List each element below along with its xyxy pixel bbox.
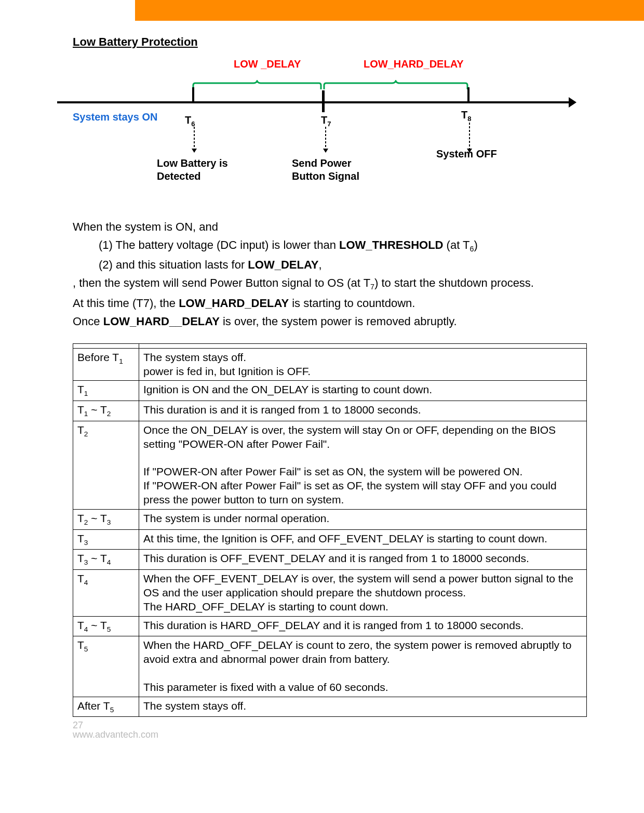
cell-time: T4 [73, 569, 139, 616]
cell-desc: The system stays off.power is fed in, bu… [139, 348, 587, 381]
body-line3: (2) and this situation lasts for LOW_DEL… [73, 257, 587, 272]
cell-desc: When the HARD_OFF_DELAY is count to zero… [139, 636, 587, 697]
cell-time: T5 [73, 636, 139, 697]
tick-t6 [192, 87, 194, 103]
body-line4: , then the system will send Power Button… [73, 275, 587, 292]
table-row: T3 At this time, the Ignition is OFF, an… [73, 529, 587, 550]
table-row: T2 Once the ON_DELAY is over, the system… [73, 421, 587, 509]
brace-low-delay [192, 80, 322, 89]
cell-time: T3 [73, 529, 139, 550]
body-line6: Once LOW_HARD__DELAY is over, the system… [73, 314, 587, 329]
cell-desc: Once the ON_DELAY is over, the system wi… [139, 421, 587, 509]
table-row: T4 ~ T5 This duration is HARD_OFF_DELAY … [73, 616, 587, 636]
caption-send-power: Send Power Button Signal [292, 157, 375, 183]
cell-desc: This duration is and it is ranged from 1… [139, 401, 587, 421]
page-footer: 27 www.advantech.com [0, 724, 644, 740]
label-t8: T8 [461, 109, 471, 123]
cell-time: T2 [73, 421, 139, 509]
table-row: T1 Ignition is ON and the ON_DELAY is st… [73, 381, 587, 401]
body-line5: At this time (T7), the LOW_HARD_DELAY is… [73, 296, 587, 311]
page-number: 27 [73, 720, 83, 730]
cell-desc: At this time, the Ignition is OFF, and O… [139, 529, 587, 550]
label-system-stays-on: System stays ON [73, 111, 157, 123]
table-row: Before T1 The system stays off.power is … [73, 348, 587, 381]
timing-table: Before T1 The system stays off.power is … [73, 343, 587, 717]
cell-desc: The system stays off. [139, 697, 587, 717]
cell-desc: When the OFF_EVENT_DELAY is over, the sy… [139, 569, 587, 616]
arrow-t6 [191, 127, 197, 152]
label-low-hard-delay: LOW_HARD_DELAY [364, 58, 464, 70]
table-row: T1 ~ T2 This duration is and it is range… [73, 401, 587, 421]
section-title: Low Battery Protection [73, 35, 587, 49]
table-row: T2 ~ T3 The system is under normal opera… [73, 509, 587, 529]
arrow-t7 [323, 127, 329, 152]
cell-time: Before T1 [73, 348, 139, 381]
timeline-axis [57, 95, 576, 110]
tick-t7 [322, 90, 325, 112]
tick-t8 [467, 87, 469, 103]
cell-time: T4 ~ T5 [73, 616, 139, 636]
body-line1: When the system is ON, and [73, 219, 587, 234]
caption-low-battery: Low Battery is Detected [157, 157, 245, 183]
label-low-delay: LOW _DELAY [234, 58, 301, 70]
cell-time: T1 [73, 381, 139, 401]
cell-desc: Ignition is ON and the ON_DELAY is start… [139, 381, 587, 401]
cell-time: T2 ~ T3 [73, 509, 139, 529]
label-t7: T7 [321, 114, 331, 128]
label-t6: T6 [185, 114, 195, 128]
svg-marker-3 [192, 149, 197, 153]
table-row: T4 When the OFF_EVENT_DELAY is over, the… [73, 569, 587, 616]
cell-desc: This duration is HARD_OFF_DELAY and it i… [139, 616, 587, 636]
svg-marker-5 [323, 149, 328, 153]
header-whitebox [0, 0, 135, 21]
brace-low-hard-delay [323, 80, 468, 89]
body-line2: (1) The battery voltage (DC input) is lo… [73, 237, 587, 254]
table-row: T5 When the HARD_OFF_DELAY is count to z… [73, 636, 587, 697]
cell-desc: This duration is OFF_EVENT_DELAY and it … [139, 550, 587, 570]
table-row: T3 ~ T4 This duration is OFF_EVENT_DELAY… [73, 550, 587, 570]
footer-brand: www.advantech.com [73, 729, 158, 740]
caption-system-off: System OFF [436, 148, 509, 161]
cell-time: After T5 [73, 697, 139, 717]
svg-marker-1 [569, 97, 576, 108]
header-bar [0, 0, 644, 21]
cell-time: T1 ~ T2 [73, 401, 139, 421]
timing-diagram: LOW _DELAY LOW_HARD_DELAY System stays O… [73, 58, 571, 204]
table-row: After T5 The system stays off. [73, 697, 587, 717]
cell-desc: The system is under normal operation. [139, 509, 587, 529]
cell-time: T3 ~ T4 [73, 550, 139, 570]
arrow-t8 [466, 123, 473, 148]
